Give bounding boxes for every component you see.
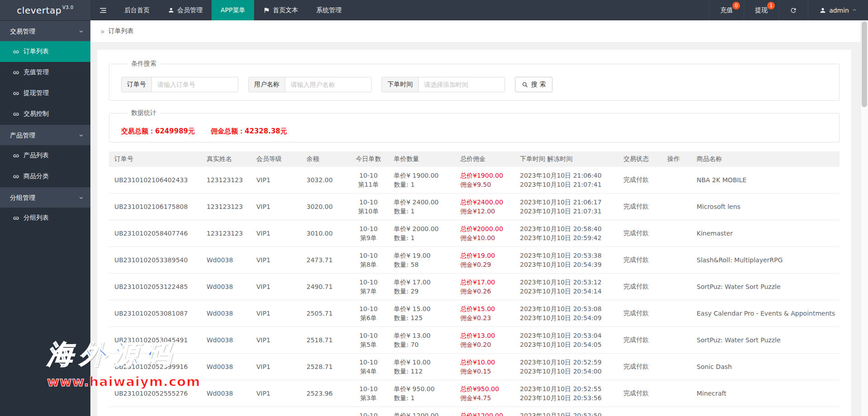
sidebar-item-group-list[interactable]: 分组列表 bbox=[0, 208, 90, 228]
breadcrumb-icon: » bbox=[100, 27, 105, 36]
order-no-input[interactable] bbox=[152, 77, 238, 92]
order-time: 2023年10月10日 20:58:40 bbox=[520, 224, 618, 233]
order-day: 10-10 bbox=[349, 358, 388, 367]
link-icon bbox=[13, 111, 19, 118]
cell-total-commission: 总价¥1900.00 佣金¥9.50 bbox=[455, 171, 514, 189]
commission: 佣金¥9.50 bbox=[460, 180, 514, 189]
logo-text: clevertap bbox=[17, 5, 61, 16]
total-price: 总价¥1900.00 bbox=[460, 171, 514, 180]
order-seq: 第7单 bbox=[349, 287, 388, 296]
sidebar-item-withdraw-mgmt[interactable]: 提现管理 bbox=[0, 83, 90, 104]
cell-today-orders: 10-10 第9单 bbox=[343, 224, 388, 242]
scrollbar-thumb[interactable] bbox=[862, 21, 867, 107]
sidebar-group-label: 分组管理 bbox=[10, 194, 35, 201]
cell-vip-level: VIP1 bbox=[251, 363, 301, 370]
cell-total-commission: 总价¥15.00 佣金¥0.23 bbox=[455, 304, 514, 322]
header-today-orders: 今日单数 bbox=[343, 155, 388, 163]
link-icon bbox=[13, 173, 19, 180]
unfreeze-time: 2023年10月10日 20:54:39 bbox=[520, 260, 618, 269]
unit-price: 单价¥ 15.00 bbox=[394, 304, 455, 313]
cell-today-orders: 10-10 第4单 bbox=[343, 358, 388, 376]
commission: 佣金¥12.00 bbox=[460, 207, 514, 216]
order-day: 10-10 bbox=[349, 304, 388, 313]
sidebar-item-product-list[interactable]: 产品列表 bbox=[0, 145, 90, 166]
recharge-button[interactable]: 充值 0 bbox=[709, 0, 744, 20]
stats-fieldset: 数据统计 交易总额：6249989元 佣金总额：42328.38元 bbox=[109, 109, 840, 142]
cell-vip-level: VIP1 bbox=[251, 336, 301, 344]
cell-unit-qty: 单价¥ 950.00 数量: 1 bbox=[388, 384, 455, 402]
unit-price: 单价¥ 17.00 bbox=[394, 278, 455, 287]
cell-balance: 2518.71 bbox=[301, 336, 343, 344]
cell-product: NBA 2K MOBILE bbox=[691, 176, 840, 184]
cell-product: SortPuz: Water Sort Puzzle bbox=[691, 336, 840, 344]
total-price: 总价¥2400.00 bbox=[460, 198, 514, 207]
cell-order-no: UB2310102058407746 bbox=[109, 230, 201, 237]
sidebar-item-goods-category[interactable]: 商品分类 bbox=[0, 166, 90, 187]
user-menu[interactable]: admin bbox=[808, 0, 868, 20]
cell-real-name: 123123123 bbox=[201, 176, 251, 184]
sidebar-item-label: 充值管理 bbox=[24, 68, 49, 76]
cell-times: 2023年10月10日 20:53:38 2023年10月10日 20:54:3… bbox=[514, 251, 618, 269]
sidebar-group-product[interactable]: 产品管理 bbox=[0, 124, 90, 145]
cell-real-name: 123123123 bbox=[201, 230, 251, 237]
total-trade-amount: 交易总额：6249989元 bbox=[121, 127, 195, 135]
search-button[interactable]: 搜 索 bbox=[515, 77, 552, 92]
commission: 佣金¥0.15 bbox=[460, 367, 514, 376]
withdraw-button[interactable]: 提现 1 bbox=[744, 0, 778, 20]
cell-unit-qty: 单价¥ 15.00 数量: 125 bbox=[388, 304, 455, 322]
stats-line: 交易总额：6249989元 佣金总额：42328.38元 bbox=[121, 127, 832, 136]
vertical-scrollbar[interactable] bbox=[860, 20, 868, 416]
commission: 佣金¥0.26 bbox=[460, 287, 514, 296]
total-commission-amount: 佣金总额：42328.38元 bbox=[211, 127, 287, 135]
nav-item-home-text[interactable]: 首页文本 bbox=[254, 0, 307, 20]
order-time-input[interactable] bbox=[419, 77, 505, 92]
order-time-label: 下单时间 bbox=[382, 77, 419, 92]
unfreeze-time: 2023年10月10日 21:07:31 bbox=[520, 207, 618, 216]
unit-price: 单价¥ 2400.00 bbox=[394, 198, 455, 207]
nav-item-app-menu[interactable]: APP菜单 bbox=[212, 0, 254, 20]
cell-real-name: Wd0038 bbox=[201, 283, 251, 290]
order-seq: 第11单 bbox=[349, 180, 388, 189]
nav-item-home[interactable]: 后台首页 bbox=[115, 0, 159, 20]
cell-unit-qty: 单价¥ 2000.00 数量: 1 bbox=[388, 224, 455, 242]
cell-times: 2023年10月10日 20:53:12 2023年10月10日 20:54:1… bbox=[514, 278, 618, 296]
cell-order-no: UB2310102053081087 bbox=[109, 310, 201, 317]
cell-order-no: UB2310102106402433 bbox=[109, 176, 201, 184]
cell-real-name: Wd0038 bbox=[201, 363, 251, 370]
table-row: UB2310102106402433 123123123 VIP1 3032.0… bbox=[109, 167, 840, 194]
unit-price: 单价¥ 950.00 bbox=[394, 384, 455, 393]
recharge-label: 充值 bbox=[720, 6, 733, 14]
breadcrumb-label: 订单列表 bbox=[108, 27, 134, 35]
order-day: 10-10 bbox=[349, 278, 388, 287]
sidebar-item-recharge-mgmt[interactable]: 充值管理 bbox=[0, 62, 90, 83]
link-icon bbox=[13, 152, 19, 159]
chevron-up-icon bbox=[852, 7, 857, 14]
cell-vip-level: VIP1 bbox=[251, 203, 301, 210]
sidebar-group-grouping[interactable]: 分组管理 bbox=[0, 187, 90, 208]
search-icon bbox=[522, 81, 528, 88]
order-day: 10-10 bbox=[349, 331, 388, 340]
logo-version: V3.0 bbox=[62, 5, 74, 10]
link-icon bbox=[13, 90, 19, 97]
order-seq: 第3单 bbox=[349, 393, 388, 402]
username-input[interactable] bbox=[285, 77, 371, 92]
cell-balance: 3020.00 bbox=[301, 203, 343, 210]
sidebar-item-order-list[interactable]: 订单列表 bbox=[0, 41, 90, 62]
refresh-button[interactable] bbox=[778, 0, 808, 20]
sidebar: 交易管理 订单列表 充值管理 提现管理 交易控制 产品管理 产品列表 商品分类 … bbox=[0, 20, 90, 416]
sidebar-group-trade[interactable]: 交易管理 bbox=[0, 20, 90, 41]
header-action: 操作 bbox=[662, 155, 691, 163]
sidebar-toggle-button[interactable] bbox=[90, 0, 115, 20]
search-fieldset: 条件搜索 订单号 用户名称 下单时间 搜 索 bbox=[109, 60, 840, 101]
sidebar-item-trade-control[interactable]: 交易控制 bbox=[0, 104, 90, 124]
cell-unit-qty: 单价¥ 13.00 数量: 70 bbox=[388, 331, 455, 349]
sidebar-item-label: 产品列表 bbox=[24, 151, 49, 160]
nav-item-members[interactable]: 会员管理 bbox=[159, 0, 212, 20]
header-balance: 余额 bbox=[301, 155, 343, 163]
unit-price: 单价¥ 13.00 bbox=[394, 331, 455, 340]
username-label: 用户名称 bbox=[249, 77, 285, 92]
table-row: UB2310102053081087 Wd0038 VIP1 2505.71 1… bbox=[109, 300, 840, 327]
nav-item-system[interactable]: 系统管理 bbox=[307, 0, 350, 20]
quantity: 数量: 1 bbox=[394, 207, 455, 216]
refresh-icon bbox=[790, 7, 797, 14]
